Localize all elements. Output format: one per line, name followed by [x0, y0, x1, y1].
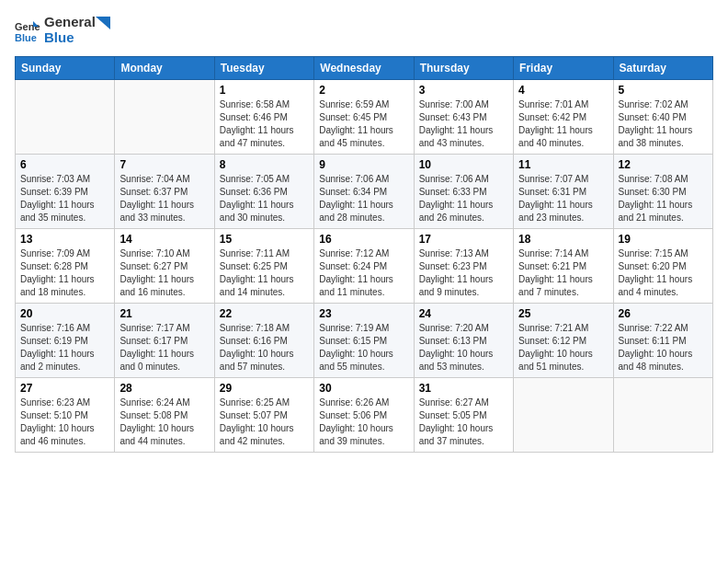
weekday-header-thursday: Thursday: [414, 57, 513, 80]
weekday-header-tuesday: Tuesday: [214, 57, 313, 80]
day-info: Sunrise: 6:27 AM Sunset: 5:05 PM Dayligh…: [419, 396, 508, 448]
day-number: 27: [20, 382, 109, 395]
day-info: Sunrise: 6:24 AM Sunset: 5:08 PM Dayligh…: [119, 396, 209, 448]
day-info: Sunrise: 7:14 AM Sunset: 6:21 PM Dayligh…: [518, 247, 608, 299]
calendar-cell: 21 Sunrise: 7:17 AM Sunset: 6:17 PM Dayl…: [115, 304, 214, 378]
logo-icon: General Blue: [15, 17, 40, 43]
day-number: 23: [319, 307, 408, 320]
day-number: 24: [419, 307, 508, 320]
day-number: 11: [518, 158, 608, 171]
calendar-cell: 29 Sunrise: 6:25 AM Sunset: 5:07 PM Dayl…: [214, 378, 313, 453]
day-info: Sunrise: 7:03 AM Sunset: 6:39 PM Dayligh…: [20, 173, 109, 224]
day-number: 8: [220, 158, 309, 171]
calendar-cell: [514, 378, 613, 453]
calendar-cell: 11 Sunrise: 7:07 AM Sunset: 6:31 PM Dayl…: [514, 155, 613, 229]
day-number: 4: [518, 84, 608, 97]
day-info: Sunrise: 6:59 AM Sunset: 6:45 PM Dayligh…: [319, 98, 408, 150]
day-number: 18: [518, 233, 608, 246]
calendar-cell: 31 Sunrise: 6:27 AM Sunset: 5:05 PM Dayl…: [414, 378, 513, 453]
day-number: 6: [20, 158, 109, 171]
day-info: Sunrise: 7:22 AM Sunset: 6:11 PM Dayligh…: [619, 322, 708, 373]
day-info: Sunrise: 7:06 AM Sunset: 6:34 PM Dayligh…: [319, 173, 408, 224]
day-info: Sunrise: 7:16 AM Sunset: 6:19 PM Dayligh…: [20, 322, 109, 373]
day-info: Sunrise: 6:26 AM Sunset: 5:06 PM Dayligh…: [319, 396, 408, 448]
logo-arrow-icon: [96, 17, 110, 29]
day-number: 12: [619, 158, 708, 171]
logo-general: General: [44, 14, 96, 29]
calendar-cell: 8 Sunrise: 7:05 AM Sunset: 6:36 PM Dayli…: [214, 155, 313, 229]
weekday-header-sunday: Sunday: [16, 57, 115, 80]
day-info: Sunrise: 7:10 AM Sunset: 6:27 PM Dayligh…: [119, 247, 209, 299]
day-number: 15: [220, 233, 309, 246]
calendar-cell: 1 Sunrise: 6:58 AM Sunset: 6:46 PM Dayli…: [214, 80, 313, 155]
logo: General Blue General Blue: [15, 15, 110, 45]
day-info: Sunrise: 6:25 AM Sunset: 5:07 PM Dayligh…: [220, 396, 309, 448]
day-info: Sunrise: 7:18 AM Sunset: 6:16 PM Dayligh…: [220, 322, 309, 373]
day-info: Sunrise: 7:04 AM Sunset: 6:37 PM Dayligh…: [119, 173, 209, 224]
day-number: 9: [319, 158, 408, 171]
weekday-header-wednesday: Wednesday: [314, 57, 414, 80]
day-info: Sunrise: 7:00 AM Sunset: 6:43 PM Dayligh…: [419, 98, 508, 150]
calendar-week-row: 1 Sunrise: 6:58 AM Sunset: 6:46 PM Dayli…: [16, 80, 713, 155]
calendar-cell: 14 Sunrise: 7:10 AM Sunset: 6:27 PM Dayl…: [115, 229, 214, 304]
day-info: Sunrise: 7:20 AM Sunset: 6:13 PM Dayligh…: [419, 322, 508, 373]
day-number: 26: [619, 307, 708, 320]
calendar-cell: 30 Sunrise: 6:26 AM Sunset: 5:06 PM Dayl…: [314, 378, 414, 453]
weekday-header-friday: Friday: [514, 57, 613, 80]
day-number: 1: [220, 84, 309, 97]
day-number: 30: [319, 382, 408, 395]
day-number: 28: [119, 382, 209, 395]
day-info: Sunrise: 7:09 AM Sunset: 6:28 PM Dayligh…: [20, 247, 109, 299]
calendar-cell: 19 Sunrise: 7:15 AM Sunset: 6:20 PM Dayl…: [613, 229, 712, 304]
day-info: Sunrise: 7:21 AM Sunset: 6:12 PM Dayligh…: [518, 322, 608, 373]
calendar-cell: 7 Sunrise: 7:04 AM Sunset: 6:37 PM Dayli…: [115, 155, 214, 229]
calendar-cell: 20 Sunrise: 7:16 AM Sunset: 6:19 PM Dayl…: [16, 304, 115, 378]
calendar-cell: [16, 80, 115, 155]
day-number: 2: [319, 84, 408, 97]
calendar-cell: 23 Sunrise: 7:19 AM Sunset: 6:15 PM Dayl…: [314, 304, 414, 378]
day-info: Sunrise: 7:12 AM Sunset: 6:24 PM Dayligh…: [319, 247, 408, 299]
weekday-header-saturday: Saturday: [613, 57, 712, 80]
day-info: Sunrise: 7:08 AM Sunset: 6:30 PM Dayligh…: [619, 173, 708, 224]
calendar-cell: 12 Sunrise: 7:08 AM Sunset: 6:30 PM Dayl…: [613, 155, 712, 229]
calendar-cell: [613, 378, 712, 453]
calendar-week-row: 6 Sunrise: 7:03 AM Sunset: 6:39 PM Dayli…: [16, 155, 713, 229]
calendar-header-row: SundayMondayTuesdayWednesdayThursdayFrid…: [16, 57, 713, 80]
logo-blue: Blue: [44, 30, 110, 46]
day-number: 7: [119, 158, 209, 171]
calendar-cell: 6 Sunrise: 7:03 AM Sunset: 6:39 PM Dayli…: [16, 155, 115, 229]
calendar-cell: 18 Sunrise: 7:14 AM Sunset: 6:21 PM Dayl…: [514, 229, 613, 304]
day-info: Sunrise: 7:19 AM Sunset: 6:15 PM Dayligh…: [319, 322, 408, 373]
day-info: Sunrise: 7:13 AM Sunset: 6:23 PM Dayligh…: [419, 247, 508, 299]
day-info: Sunrise: 7:07 AM Sunset: 6:31 PM Dayligh…: [518, 173, 608, 224]
day-number: 29: [220, 382, 309, 395]
day-number: 13: [20, 233, 109, 246]
day-number: 21: [119, 307, 209, 320]
day-info: Sunrise: 7:05 AM Sunset: 6:36 PM Dayligh…: [220, 173, 309, 224]
day-number: 20: [20, 307, 109, 320]
day-number: 10: [419, 158, 508, 171]
day-info: Sunrise: 7:15 AM Sunset: 6:20 PM Dayligh…: [619, 247, 708, 299]
calendar-cell: 17 Sunrise: 7:13 AM Sunset: 6:23 PM Dayl…: [414, 229, 513, 304]
svg-text:Blue: Blue: [15, 32, 37, 43]
calendar-week-row: 27 Sunrise: 6:23 AM Sunset: 5:10 PM Dayl…: [16, 378, 713, 453]
page-header: General Blue General Blue: [15, 15, 713, 45]
calendar-table: SundayMondayTuesdayWednesdayThursdayFrid…: [15, 56, 713, 453]
day-number: 19: [619, 233, 708, 246]
calendar-cell: 16 Sunrise: 7:12 AM Sunset: 6:24 PM Dayl…: [314, 229, 414, 304]
day-number: 14: [119, 233, 209, 246]
day-info: Sunrise: 7:06 AM Sunset: 6:33 PM Dayligh…: [419, 173, 508, 224]
calendar-cell: 10 Sunrise: 7:06 AM Sunset: 6:33 PM Dayl…: [414, 155, 513, 229]
calendar-cell: 26 Sunrise: 7:22 AM Sunset: 6:11 PM Dayl…: [613, 304, 712, 378]
day-number: 25: [518, 307, 608, 320]
calendar-cell: 13 Sunrise: 7:09 AM Sunset: 6:28 PM Dayl…: [16, 229, 115, 304]
calendar-cell: 9 Sunrise: 7:06 AM Sunset: 6:34 PM Dayli…: [314, 155, 414, 229]
day-number: 17: [419, 233, 508, 246]
calendar-cell: 28 Sunrise: 6:24 AM Sunset: 5:08 PM Dayl…: [115, 378, 214, 453]
day-number: 31: [419, 382, 508, 395]
calendar-cell: 24 Sunrise: 7:20 AM Sunset: 6:13 PM Dayl…: [414, 304, 513, 378]
calendar-cell: 25 Sunrise: 7:21 AM Sunset: 6:12 PM Dayl…: [514, 304, 613, 378]
svg-marker-3: [96, 17, 110, 29]
calendar-cell: 3 Sunrise: 7:00 AM Sunset: 6:43 PM Dayli…: [414, 80, 513, 155]
calendar-week-row: 20 Sunrise: 7:16 AM Sunset: 6:19 PM Dayl…: [16, 304, 713, 378]
